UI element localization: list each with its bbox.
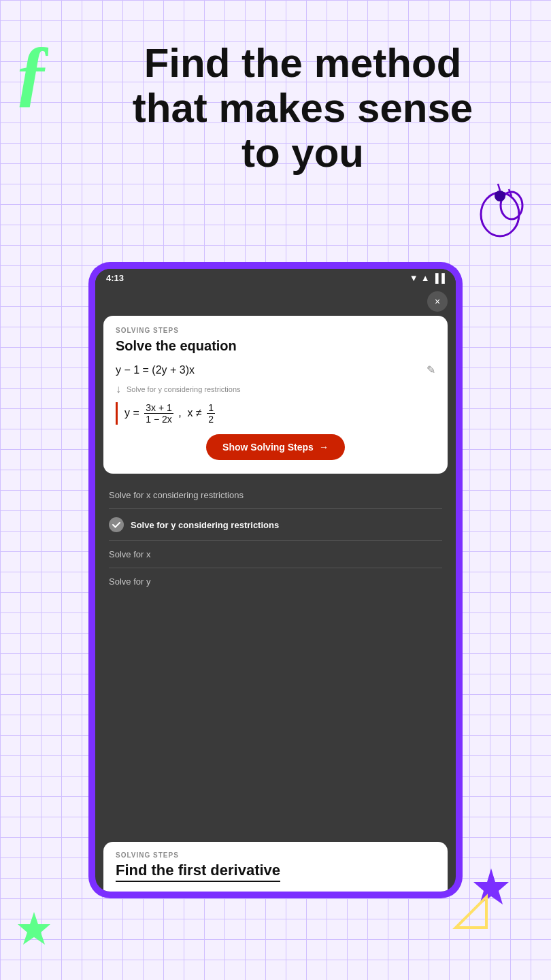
result-area: y = 3x + 1 1 − 2x , x ≠ 1 2: [116, 402, 435, 425]
fraction-restriction: 1 2: [207, 402, 215, 425]
svg-marker-6: [456, 897, 486, 928]
option-solve-y-restrictions[interactable]: Solve for y considering restrictions: [109, 509, 442, 541]
phone-frame: 4:13 ▼ ▲ ▐▐ × SOLVING STEPS Solve the eq…: [88, 262, 463, 898]
option-text-2: Solve for y considering restrictions: [131, 520, 279, 530]
options-area: Solve for x considering restrictions Sol…: [95, 474, 456, 836]
deco-f-icon: ƒ: [14, 34, 51, 109]
option-solve-x-restrictions[interactable]: Solve for x considering restrictions: [109, 482, 442, 509]
equation-area: y − 1 = (2y + 3)x ✎: [116, 363, 435, 376]
fraction-result: 3x + 1 1 − 2x: [144, 402, 173, 425]
headline: Find the method that makes sense to you: [88, 41, 517, 176]
option-solve-x[interactable]: Solve for x: [109, 541, 442, 568]
step-divider: ↓ Solve for y considering restrictions: [116, 383, 435, 395]
deco-arrow-icon: [452, 894, 490, 939]
close-button[interactable]: ×: [427, 291, 448, 312]
svg-point-2: [495, 191, 505, 201]
battery-icon: ▐▐: [433, 273, 445, 283]
phone-inner: 4:13 ▼ ▲ ▐▐ × SOLVING STEPS Solve the eq…: [95, 269, 456, 892]
show-steps-button[interactable]: Show Solving Steps →: [206, 434, 345, 460]
arrow-right-icon: →: [319, 442, 329, 453]
check-icon: [109, 517, 124, 532]
option-solve-y[interactable]: Solve for y: [109, 568, 442, 595]
status-bar: 4:13 ▼ ▲ ▐▐: [95, 269, 456, 287]
deco-green-star-icon: [14, 909, 54, 960]
option-text-4: Solve for y: [109, 576, 150, 587]
arrow-down-icon: ↓: [116, 383, 121, 395]
option-text-3: Solve for x: [109, 549, 150, 559]
show-steps-label: Show Solving Steps: [222, 442, 314, 453]
card1-title: Solve the equation: [116, 338, 435, 354]
option-text-1: Solve for x considering restrictions: [109, 490, 244, 500]
step-hint-text: Solve for y considering restrictions: [127, 385, 241, 393]
bottom-card: SOLVING STEPS Find the first derivative: [103, 842, 448, 892]
solve-equation-card: SOLVING STEPS Solve the equation y − 1 =…: [103, 316, 448, 474]
edit-icon[interactable]: ✎: [427, 363, 435, 376]
card2-title: Find the first derivative: [116, 862, 280, 882]
svg-line-3: [498, 184, 500, 191]
headline-text: Find the method that makes sense to you: [88, 41, 517, 176]
svg-marker-7: [18, 912, 50, 945]
deco-eggplant-icon: [469, 177, 531, 251]
card1-label: SOLVING STEPS: [116, 327, 435, 334]
status-icons: ▼ ▲ ▐▐: [410, 273, 445, 283]
wifi-icon: ▼: [410, 273, 418, 283]
signal-icon: ▲: [421, 273, 430, 283]
card2-label: SOLVING STEPS: [116, 851, 435, 859]
result-equation: y = 3x + 1 1 − 2x , x ≠ 1 2: [124, 402, 435, 425]
status-time: 4:13: [106, 273, 124, 283]
equation-display: y − 1 = (2y + 3)x: [116, 364, 195, 376]
close-button-row: ×: [95, 287, 456, 316]
